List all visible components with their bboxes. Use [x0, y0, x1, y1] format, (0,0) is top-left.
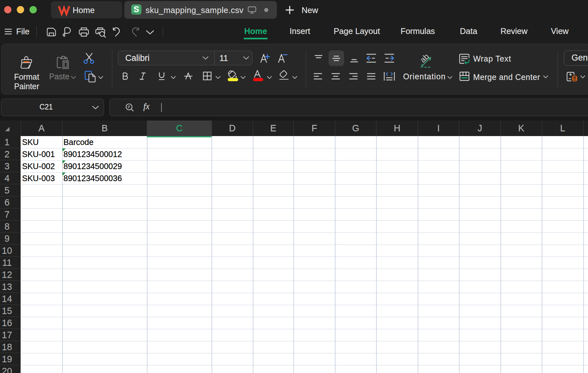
svg-text:ab: ab	[418, 52, 430, 64]
